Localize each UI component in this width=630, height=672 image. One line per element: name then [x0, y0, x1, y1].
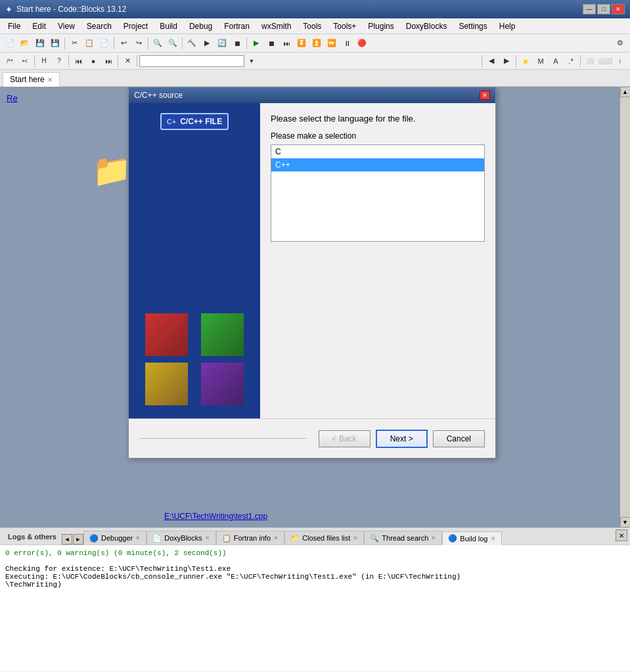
list-item-c[interactable]: C [271, 145, 484, 158]
cubes-graphic [142, 313, 247, 405]
tab-closed-files[interactable]: 📁 Closed files list ✕ [284, 531, 364, 545]
tb2-bookmark-add[interactable]: ● [86, 54, 101, 68]
tab-next-arrow[interactable]: ► [73, 534, 83, 545]
tb-build-run[interactable]: 🔄 [215, 36, 229, 51]
dialog-close-button[interactable]: ✕ [480, 91, 490, 100]
tb2-mono[interactable]: ⬜ [583, 54, 597, 68]
panel-close-button[interactable]: ✕ [616, 529, 627, 541]
menu-tools-plus[interactable]: Tools+ [328, 18, 361, 34]
tab-start-here[interactable]: Start here ✕ [3, 72, 60, 87]
cube-red [145, 313, 188, 356]
tab-doxyblocks-close[interactable]: ✕ [205, 535, 210, 541]
tab-fortran[interactable]: 📋 Fortran info ✕ [216, 531, 284, 545]
tb2-arrows[interactable]: ↕ [613, 54, 627, 68]
menu-fortran[interactable]: Fortran [219, 18, 255, 34]
tb2-abc[interactable]: A [549, 54, 563, 68]
menu-doxyblocks[interactable]: DoxyBlocks [401, 18, 453, 34]
menu-tools[interactable]: Tools [298, 18, 326, 34]
next-button[interactable]: Next > [376, 430, 428, 448]
menu-file[interactable]: File [3, 18, 26, 34]
tb2-close[interactable]: ✕ [120, 54, 135, 68]
tb-run[interactable]: ▶ [200, 36, 214, 51]
tb2-bookmark-prev[interactable]: ⏮ [71, 54, 85, 68]
tb-step[interactable]: ⏬ [294, 36, 309, 51]
tab-fortran-close[interactable]: ✕ [273, 535, 279, 541]
tb2-src[interactable]: ? [52, 54, 66, 68]
tb-copy[interactable]: 📋 [82, 36, 97, 51]
back-button[interactable]: < Back [319, 430, 371, 447]
tb2-split[interactable]: ⬜⬜ [598, 54, 612, 68]
tab-build-log[interactable]: 🔵 Build log ✕ [442, 531, 501, 545]
tb-debug[interactable]: ▶ [249, 36, 263, 51]
tb-stop2[interactable]: 🔴 [355, 36, 369, 51]
cube-yellow [145, 363, 188, 405]
cancel-button[interactable]: Cancel [433, 430, 485, 447]
tb-save-all[interactable]: 💾 [48, 36, 62, 51]
tab-close-button[interactable]: ✕ [47, 76, 53, 83]
cb-dropdown[interactable]: ▼ [244, 54, 259, 68]
tab-build-log-close[interactable]: ✕ [491, 535, 496, 542]
tab-thread-close[interactable]: ✕ [431, 535, 436, 541]
tab-prev-arrow[interactable]: ◄ [62, 534, 72, 545]
scroll-down-button[interactable]: ▼ [620, 517, 631, 527]
tb2-regex[interactable]: .* [564, 54, 578, 68]
menu-debug[interactable]: Debug [184, 18, 217, 34]
menu-help[interactable]: Help [494, 18, 521, 34]
tb-step-out[interactable]: ⏫ [309, 36, 324, 51]
list-item-cpp[interactable]: C++ [271, 158, 484, 171]
sep4 [182, 37, 183, 49]
tb-save[interactable]: 💾 [33, 36, 47, 51]
tb-replace[interactable]: 🔍 [166, 36, 180, 51]
re-link[interactable]: Re [7, 93, 18, 103]
cpp-file-label: C/C++ FILE [180, 117, 222, 126]
tb2-nav-next[interactable]: ▶ [499, 54, 514, 68]
file-path-link[interactable]: E:\UCF\TechWriting\test1.cpp [164, 512, 267, 521]
menu-wxsmith[interactable]: wxSmith [256, 18, 296, 34]
tb-stop[interactable]: ⏹ [230, 36, 244, 51]
window-close-button[interactable]: ✕ [612, 4, 625, 14]
tb2-bookmark-next[interactable]: ⏭ [101, 54, 116, 68]
tab-doxyblocks[interactable]: 📄 DoxyBlocks ✕ [146, 531, 215, 545]
tb-paste[interactable]: 📄 [97, 36, 112, 51]
minimize-button[interactable]: — [583, 4, 596, 14]
tb-find[interactable]: 🔍 [150, 36, 165, 51]
menu-plugins[interactable]: Plugins [363, 18, 399, 34]
sep12 [580, 55, 581, 67]
tb2-header[interactable]: H [37, 54, 51, 68]
tb-cut[interactable]: ✂ [67, 36, 81, 51]
menu-settings[interactable]: Settings [453, 18, 492, 34]
tb-redo[interactable]: ↪ [131, 36, 146, 51]
tb-pause[interactable]: ⏸ [340, 36, 354, 51]
menu-project[interactable]: Project [118, 18, 153, 34]
tb-new[interactable]: 📄 [3, 36, 17, 51]
tb2-match[interactable]: M [533, 54, 548, 68]
tb-misc[interactable]: ⚙ [613, 36, 627, 51]
tb-open[interactable]: 📂 [18, 36, 32, 51]
tb2-uncomment[interactable]: •< [18, 54, 32, 68]
tb-abort[interactable]: ⏹ [264, 36, 279, 51]
menu-view[interactable]: View [53, 18, 80, 34]
main-scrollbar: ▲ ▼ [619, 87, 630, 527]
dialog-prompt: Please select the language for the file. [271, 114, 485, 123]
sep8 [118, 55, 118, 67]
scroll-up-button[interactable]: ▲ [620, 87, 631, 97]
menu-search[interactable]: Search [81, 18, 117, 34]
language-listbox[interactable]: C C++ [271, 145, 485, 242]
tb-next-instr[interactable]: ⏭ [279, 36, 294, 51]
tb-next[interactable]: ⏩ [325, 36, 339, 51]
tb2-comment[interactable]: /** [3, 54, 17, 68]
tb-undo[interactable]: ↩ [116, 36, 131, 51]
tb-build[interactable]: 🔨 [185, 36, 199, 51]
menu-build[interactable]: Build [154, 18, 183, 34]
maximize-button[interactable]: □ [597, 4, 610, 14]
background-content: Re [0, 87, 24, 110]
log-content: 0 error(s), 0 warning(s) (0 minute(s), 2… [0, 545, 630, 671]
tab-debugger-close[interactable]: ✕ [135, 535, 141, 541]
menu-edit[interactable]: Edit [27, 18, 51, 34]
tab-debugger[interactable]: 🔵 Debugger ✕ [83, 531, 146, 545]
tab-thread-search[interactable]: 🔍 Thread search ✕ [364, 531, 442, 545]
tb2-nav-prev[interactable]: ◀ [484, 54, 499, 68]
tab-closed-files-close[interactable]: ✕ [353, 535, 358, 541]
tb2-highlight[interactable]: ■ [518, 54, 533, 68]
code-completion-input[interactable] [139, 55, 244, 67]
